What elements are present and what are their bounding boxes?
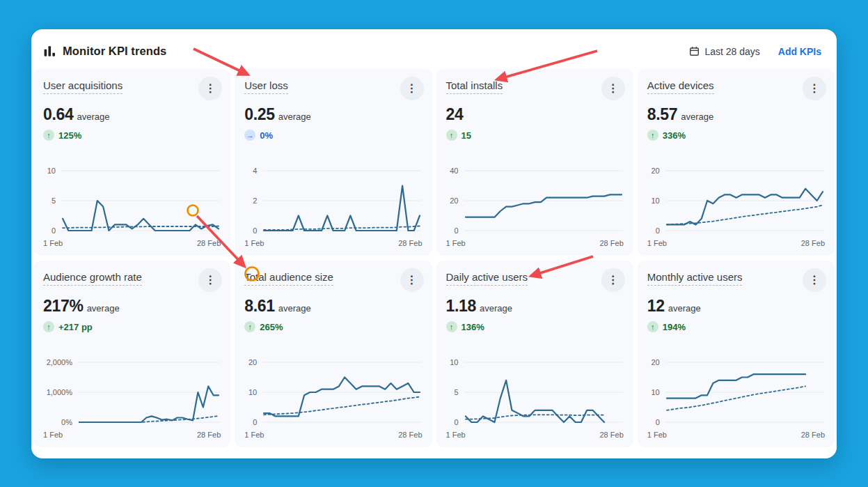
kebab-menu-button[interactable]: ⋮ [601,77,625,100]
x-axis-label-end: 28 Feb [801,239,825,247]
kpi-value: 0.64 [43,105,74,124]
y-tick-label: 0 [454,418,458,426]
x-axis-label-end: 28 Feb [600,431,624,439]
kpi-card: Total audience size ⋮ 8.61 average ↑ 265… [235,261,432,447]
y-tick-label: 1,000% [47,388,72,396]
kpi-value-suffix: average [681,111,713,122]
delta-arrow-circle: ↑ [446,130,457,141]
y-axis-labels: 420 [244,168,262,235]
kebab-menu-button[interactable]: ⋮ [803,268,826,292]
y-tick-label: 5 [52,196,56,205]
kpi-value: 24 [446,105,464,124]
y-tick-label: 20 [248,358,257,366]
x-axis-label-start: 1 Feb [446,431,466,439]
add-kpis-button[interactable]: Add KPIs [778,46,821,57]
delta-arrow-circle: ↑ [446,321,457,332]
kebab-menu-button[interactable]: ⋮ [198,268,222,292]
kpi-value: 1.18 [446,297,477,316]
kpi-title[interactable]: Daily active users [446,271,528,286]
y-tick-label: 40 [450,167,458,175]
kpi-card: User loss ⋮ 0.25 average → 0% 420 1 Feb … [235,69,432,256]
y-axis-labels: 2,000%1,000%0% [43,360,78,426]
kpi-title[interactable]: Total audience size [244,271,333,286]
x-axis-label-end: 28 Feb [801,431,825,439]
kebab-menu-icon: ⋮ [809,275,820,286]
kpi-value-suffix: average [668,303,701,314]
delta-arrow-circle: ↑ [43,321,54,332]
kebab-menu-button[interactable]: ⋮ [400,268,424,292]
delta-arrow-icon: ↑ [47,323,51,331]
y-tick-label: 10 [248,388,257,396]
delta-value: 125% [58,130,81,141]
kpi-card: Active devices ⋮ 8.57 average ↑ 336% 201… [638,69,835,256]
x-axis-labels: 1 Feb 28 Feb [244,431,422,439]
kebab-menu-button[interactable]: ⋮ [803,77,826,100]
kpi-delta-badge: ↑ 136% [446,321,624,332]
widget-header: Monitor KPI trends Last 28 days Add KPIs [31,29,837,69]
x-axis-labels: 1 Feb 28 Feb [647,239,825,247]
delta-arrow-circle: ↑ [244,321,255,332]
kpi-grid: User acquisitions ⋮ 0.64 average ↑ 125% … [31,69,837,456]
y-axis-labels: 20100 [244,360,262,426]
chart-plot-area [464,360,623,426]
y-tick-label: 4 [253,167,257,175]
kpi-title[interactable]: Total installs [446,79,503,94]
y-axis-labels: 20100 [647,360,665,426]
y-tick-label: 0 [253,226,257,235]
chart-plot-area [61,168,220,235]
date-range-selector[interactable]: Last 28 days [689,46,759,57]
kpi-delta-badge: ↑ 15 [446,130,624,141]
kebab-menu-icon: ⋮ [809,83,820,94]
x-axis-labels: 1 Feb 28 Feb [244,239,422,247]
y-axis-labels: 20100 [647,168,665,235]
chart-plot-area [665,360,824,426]
x-axis-label-start: 1 Feb [244,239,264,247]
kpi-value: 0.25 [244,105,275,124]
kpi-value-suffix: average [87,303,120,314]
kpi-chart: 20100 1 Feb 28 Feb [647,360,825,439]
delta-value: +217 pp [58,322,93,332]
x-axis-label-start: 1 Feb [647,431,667,439]
delta-arrow-icon: ↑ [450,323,454,331]
x-axis-labels: 1 Feb 28 Feb [43,239,221,247]
delta-arrow-circle: → [244,130,255,141]
x-axis-label-start: 1 Feb [647,239,667,247]
kpi-title[interactable]: User acquisitions [43,79,123,94]
kebab-menu-icon: ⋮ [407,275,418,286]
delta-arrow-icon: ↑ [651,323,655,331]
x-axis-label-end: 28 Feb [600,239,624,247]
kebab-menu-button[interactable]: ⋮ [601,268,625,292]
y-tick-label: 2,000% [47,358,72,366]
y-tick-label: 0 [52,226,56,235]
kebab-menu-button[interactable]: ⋮ [400,77,424,100]
delta-arrow-icon: ↑ [651,132,655,139]
delta-arrow-circle: ↑ [647,321,658,332]
kpi-title[interactable]: Monthly active users [647,271,743,286]
delta-value: 194% [663,322,686,332]
kebab-menu-button[interactable]: ⋮ [198,77,222,100]
y-tick-label: 10 [47,167,56,175]
kpi-value: 8.61 [244,297,275,316]
kpi-chart: 2,000%1,000%0% 1 Feb 28 Feb [43,360,221,439]
kpi-delta-badge: ↑ 336% [647,130,825,141]
kpi-value-suffix: average [77,111,110,122]
kpi-title[interactable]: Audience growth rate [43,271,142,286]
delta-value: 15 [461,130,471,141]
x-axis-label-end: 28 Feb [197,239,221,247]
kpi-value: 8.57 [647,105,678,124]
kpi-title[interactable]: User loss [244,79,288,94]
bar-chart-icon [44,45,56,57]
x-axis-labels: 1 Feb 28 Feb [446,431,624,439]
kpi-delta-badge: ↑ 265% [244,321,422,332]
kpi-chart: 1050 1 Feb 28 Feb [43,168,221,247]
y-tick-label: 0 [656,226,660,235]
y-axis-labels: 40200 [446,168,464,235]
x-axis-label-end: 28 Feb [398,239,422,247]
y-tick-label: 10 [652,388,660,396]
y-tick-label: 0 [454,226,458,235]
kpi-value-suffix: average [278,111,311,122]
y-tick-label: 0 [656,418,660,426]
kpi-title[interactable]: Active devices [647,79,714,94]
kpi-chart: 20100 1 Feb 28 Feb [647,168,825,247]
kpi-chart: 20100 1 Feb 28 Feb [244,360,422,439]
